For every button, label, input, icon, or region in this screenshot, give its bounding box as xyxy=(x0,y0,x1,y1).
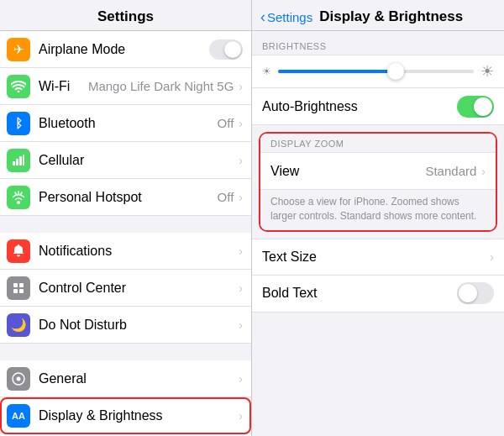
view-chevron: › xyxy=(481,165,486,178)
settings-item-display[interactable]: AA Display & Brightness › xyxy=(0,397,251,434)
text-size-chevron: › xyxy=(490,250,494,264)
general-chevron: › xyxy=(239,372,243,386)
bold-text-item[interactable]: Bold Text xyxy=(252,276,504,313)
detail-title: Display & Brightness xyxy=(319,8,463,25)
svg-rect-2 xyxy=(19,156,22,165)
hotspot-chevron: › xyxy=(239,191,243,204)
airplane-label: Airplane Mode xyxy=(39,42,209,57)
bluetooth-icon: ᛒ xyxy=(7,112,30,135)
settings-panel: Settings ✈ Airplane Mode xyxy=(0,0,252,436)
svg-line-7 xyxy=(15,192,17,195)
cellular-chevron: › xyxy=(239,154,243,167)
back-label: Settings xyxy=(267,10,312,24)
detail-header: ‹ Settings Display & Brightness xyxy=(252,0,504,31)
brightness-low-icon: ☀ xyxy=(262,66,271,77)
group-spacer-2 xyxy=(0,344,251,360)
cellular-icon xyxy=(7,149,30,172)
control-center-label: Control Center xyxy=(39,281,237,296)
svg-line-6 xyxy=(21,192,23,195)
group-spacer-1 xyxy=(0,216,251,233)
display-zoom-header: DISPLAY ZOOM xyxy=(260,134,496,153)
view-item[interactable]: View Standard › xyxy=(260,153,496,190)
control-center-icon xyxy=(7,276,30,300)
settings-item-cellular[interactable]: Cellular › xyxy=(0,142,251,179)
settings-title: Settings xyxy=(0,0,251,31)
brightness-section-label: BRIGHTNESS xyxy=(252,31,504,55)
display-label: Display & Brightness xyxy=(39,408,237,423)
svg-point-13 xyxy=(17,376,21,381)
auto-brightness-toggle[interactable] xyxy=(457,96,494,118)
general-label: General xyxy=(39,371,237,386)
svg-rect-1 xyxy=(16,159,18,165)
dnd-chevron: › xyxy=(239,318,243,332)
text-size-item[interactable]: Text Size › xyxy=(252,239,504,276)
auto-brightness-label: Auto-Brightness xyxy=(262,99,457,114)
wifi-value: Mango Life Dark Night 5G xyxy=(88,79,234,93)
settings-item-hotspot[interactable]: Personal Hotspot Off › xyxy=(0,179,251,216)
wifi-label: Wi-Fi xyxy=(39,79,88,94)
notifications-chevron: › xyxy=(239,244,243,258)
brightness-slider[interactable] xyxy=(278,70,474,73)
settings-item-airplane[interactable]: ✈ Airplane Mode xyxy=(0,31,251,68)
view-label: View xyxy=(270,164,425,179)
view-value: Standard xyxy=(425,164,476,178)
settings-item-bluetooth[interactable]: ᛒ Bluetooth Off › xyxy=(0,105,251,142)
settings-group-connectivity: ✈ Airplane Mode Wi-Fi Mango Life Dark Ni… xyxy=(0,31,251,216)
dnd-label: Do Not Disturb xyxy=(39,318,237,333)
svg-rect-8 xyxy=(13,283,18,287)
hotspot-icon xyxy=(7,186,30,209)
detail-content: BRIGHTNESS ☀ ☀ Auto-Brightness DISPLAY Z… xyxy=(252,31,504,436)
display-zoom-section: DISPLAY ZOOM View Standard › Choose a vi… xyxy=(259,132,497,232)
notifications-label: Notifications xyxy=(39,244,237,259)
airplane-icon: ✈ xyxy=(7,38,30,61)
settings-list: ✈ Airplane Mode Wi-Fi Mango Life Dark Ni… xyxy=(0,31,251,436)
notifications-icon xyxy=(7,239,30,263)
bottom-items: Text Size › Bold Text xyxy=(252,239,504,313)
slider-fill xyxy=(278,70,396,73)
svg-rect-9 xyxy=(19,283,24,287)
settings-item-wifi[interactable]: Wi-Fi Mango Life Dark Night 5G › xyxy=(0,68,251,105)
settings-item-notifications[interactable]: Notifications › xyxy=(0,233,251,270)
back-chevron-icon: ‹ xyxy=(260,9,265,24)
svg-point-4 xyxy=(17,201,20,204)
settings-group-personalization: General › AA Display & Brightness › xyxy=(0,360,251,436)
settings-item-general[interactable]: General › xyxy=(0,360,251,397)
svg-rect-11 xyxy=(19,289,24,293)
dnd-icon: 🌙 xyxy=(7,313,30,337)
text-size-label: Text Size xyxy=(262,250,488,265)
wifi-icon xyxy=(7,75,30,98)
svg-rect-0 xyxy=(13,161,15,165)
svg-rect-10 xyxy=(13,289,18,293)
settings-item-control-center[interactable]: Control Center › xyxy=(0,270,251,307)
airplane-toggle[interactable] xyxy=(209,39,243,60)
bluetooth-chevron: › xyxy=(239,117,243,130)
display-chevron: › xyxy=(239,409,243,423)
settings-item-dnd[interactable]: 🌙 Do Not Disturb › xyxy=(0,307,251,344)
brightness-high-icon: ☀ xyxy=(480,62,494,81)
hotspot-value: Off xyxy=(218,190,234,204)
bluetooth-value: Off xyxy=(218,116,234,130)
settings-group-system: Notifications › Control Center › 🌙 xyxy=(0,233,251,344)
slider-thumb xyxy=(387,63,404,80)
back-button[interactable]: ‹ Settings xyxy=(260,10,312,24)
detail-panel: ‹ Settings Display & Brightness BRIGHTNE… xyxy=(252,0,504,436)
brightness-row: ☀ ☀ xyxy=(252,55,504,88)
general-icon xyxy=(7,367,30,391)
bluetooth-label: Bluetooth xyxy=(39,116,218,131)
auto-brightness-item[interactable]: Auto-Brightness xyxy=(252,88,504,125)
hotspot-label: Personal Hotspot xyxy=(39,190,218,205)
control-center-chevron: › xyxy=(239,281,243,295)
display-icon: AA xyxy=(7,404,30,428)
wifi-chevron: › xyxy=(239,80,243,93)
svg-rect-3 xyxy=(23,155,24,165)
cellular-label: Cellular xyxy=(39,153,237,168)
zoom-description: Choose a view for iPhone. Zoomed shows l… xyxy=(260,190,496,230)
bold-text-toggle[interactable] xyxy=(457,282,494,304)
bold-text-label: Bold Text xyxy=(262,286,457,301)
